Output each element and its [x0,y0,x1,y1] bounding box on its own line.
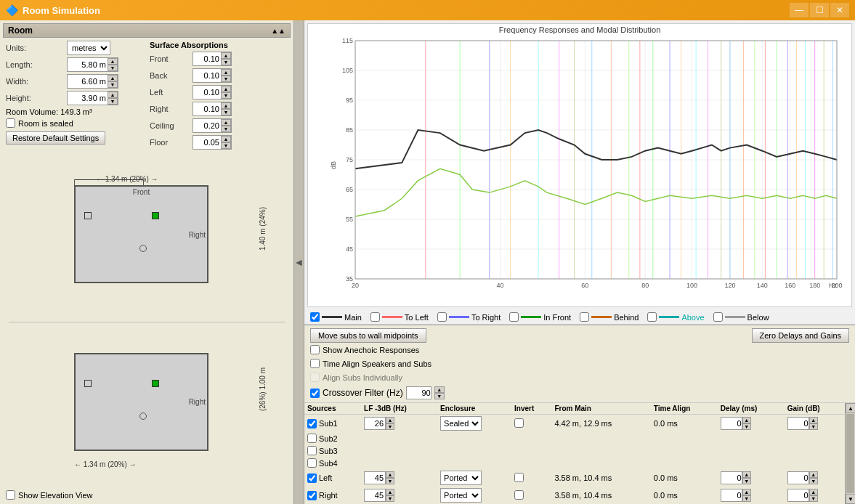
lf-up-4[interactable]: ▲ [386,471,394,478]
delay-up-4[interactable]: ▲ [742,471,751,478]
left-up-button[interactable]: ▲ [221,86,231,92]
crossover-checkbox[interactable] [310,389,320,398]
scroll-up-button[interactable]: ▲ [846,403,855,413]
back-up-button[interactable]: ▲ [221,69,231,76]
panel-collapse-arrow[interactable]: ◄ [294,20,304,504]
back-down-button[interactable]: ▼ [221,76,231,82]
invert-checkbox-4[interactable] [514,473,524,482]
gain-up-5[interactable]: ▲ [809,489,818,495]
delay-up-5[interactable]: ▲ [742,489,751,495]
right-spinner[interactable]: ▲ ▼ [193,102,232,116]
right-down-button[interactable]: ▼ [221,109,231,115]
delay-down-4[interactable]: ▼ [742,478,751,484]
gain-up-4[interactable]: ▲ [809,471,818,478]
length-input[interactable] [68,58,108,71]
row-checkbox-3[interactable] [307,458,317,468]
length-spinner[interactable]: ▲ ▼ [67,57,118,72]
delay-down-0[interactable]: ▼ [742,423,751,430]
height-input[interactable] [68,92,108,105]
lf-down-0[interactable]: ▼ [386,423,394,430]
lf-down-4[interactable]: ▼ [386,478,394,484]
floor-down-button[interactable]: ▼ [221,142,231,149]
row-checkbox-2[interactable] [307,446,317,455]
legend-toright-checkbox[interactable] [437,312,447,322]
time-align-checkbox[interactable] [310,359,320,368]
row-checkbox-5[interactable] [307,491,317,500]
length-up-button[interactable]: ▲ [108,58,118,65]
crossover-down-button[interactable]: ▼ [434,393,445,399]
lf-input-0[interactable] [364,417,386,430]
gain-down-5[interactable]: ▼ [809,495,818,502]
gain-input-0[interactable] [787,417,809,430]
floor-input[interactable] [193,136,221,149]
units-select[interactable]: metres feet [67,41,110,55]
lf-up-5[interactable]: ▲ [386,489,394,495]
crossover-input[interactable] [406,386,431,399]
delay-input-4[interactable] [721,471,742,484]
sealed-checkbox[interactable] [6,118,15,128]
back-input[interactable] [193,69,221,82]
height-spinner[interactable]: ▲ ▼ [67,91,118,105]
maximize-button[interactable]: ☐ [810,3,829,17]
width-up-button[interactable]: ▲ [108,75,118,81]
row-checkbox-4[interactable] [307,473,317,483]
gain-input-5[interactable] [787,489,809,502]
row-checkbox-1[interactable] [307,434,317,443]
front-input[interactable] [193,52,221,65]
front-up-button[interactable]: ▲ [221,52,231,59]
height-up-button[interactable]: ▲ [108,92,118,98]
right-input[interactable] [193,102,221,115]
height-down-button[interactable]: ▼ [108,98,118,105]
restore-defaults-button[interactable]: Restore Default Settings [6,131,105,145]
gain-down-0[interactable]: ▼ [809,423,818,430]
width-down-button[interactable]: ▼ [108,81,118,88]
back-spinner[interactable]: ▲ ▼ [193,68,232,83]
show-anechoic-checkbox[interactable] [310,345,320,354]
minimize-button[interactable]: — [790,3,809,17]
collapse-button[interactable]: ▲▲ [271,27,285,35]
invert-checkbox-0[interactable] [514,418,524,428]
ceiling-down-button[interactable]: ▼ [221,126,231,132]
gain-down-4[interactable]: ▼ [809,478,818,484]
ceiling-spinner[interactable]: ▲ ▼ [193,118,232,133]
gain-input-4[interactable] [787,471,809,484]
enclosure-select-5[interactable]: PortedSealed [440,488,482,503]
delay-input-0[interactable] [721,417,742,430]
show-elevation-checkbox[interactable] [6,490,15,500]
close-button[interactable]: ✕ [830,3,849,17]
legend-below-checkbox[interactable] [713,312,723,322]
ceiling-up-button[interactable]: ▲ [221,119,231,126]
length-down-button[interactable]: ▼ [108,65,118,71]
move-subs-button[interactable]: Move subs to wall midpoints [310,328,426,343]
floor-spinner[interactable]: ▲ ▼ [193,135,232,150]
gain-up-0[interactable]: ▲ [809,417,818,423]
delay-down-5[interactable]: ▼ [742,495,751,502]
legend-infront-checkbox[interactable] [509,312,519,322]
left-spinner[interactable]: ▲ ▼ [193,85,232,99]
front-spinner[interactable]: ▲ ▼ [193,52,232,66]
floor-up-button[interactable]: ▲ [221,136,231,142]
left-input[interactable] [193,86,221,99]
front-down-button[interactable]: ▼ [221,59,231,65]
ceiling-input[interactable] [193,119,221,132]
lf-up-0[interactable]: ▲ [386,417,394,423]
lf-input-4[interactable] [364,471,386,484]
lf-input-5[interactable] [364,489,386,502]
delay-up-0[interactable]: ▲ [742,417,751,423]
legend-above-checkbox[interactable] [647,312,657,322]
right-scrollbar[interactable]: ▲ ▼ [845,403,855,504]
zero-delays-button[interactable]: Zero Delays and Gains [752,328,850,343]
legend-toleft-checkbox[interactable] [370,312,380,322]
width-spinner[interactable]: ▲ ▼ [67,74,118,89]
crossover-up-button[interactable]: ▲ [434,386,445,393]
scroll-down-button[interactable]: ▼ [846,494,855,504]
invert-checkbox-5[interactable] [514,490,524,500]
row-checkbox-0[interactable] [307,419,317,428]
legend-main-checkbox[interactable] [310,312,320,322]
left-down-button[interactable]: ▼ [221,92,231,99]
legend-behind-checkbox[interactable] [580,312,589,322]
width-input[interactable] [68,75,108,88]
lf-down-5[interactable]: ▼ [386,495,394,502]
enclosure-select-4[interactable]: PortedSealed [440,471,482,485]
delay-input-5[interactable] [721,489,742,502]
